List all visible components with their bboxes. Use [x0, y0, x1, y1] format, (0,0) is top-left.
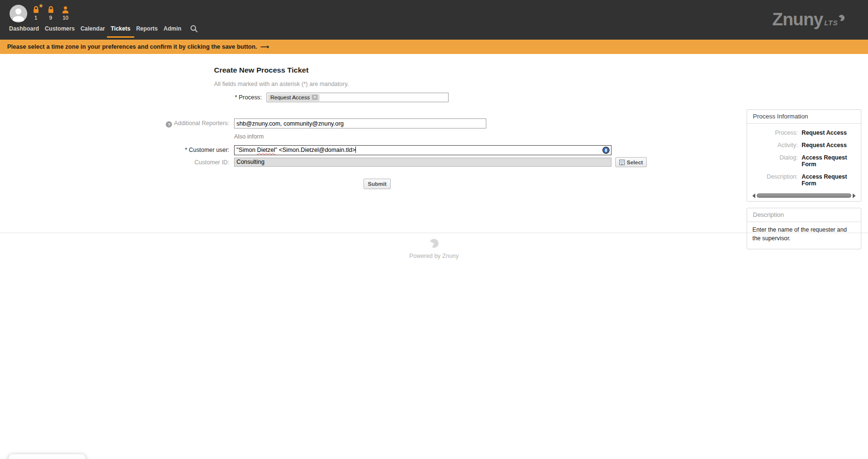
process-information-title: Process Information	[747, 110, 861, 124]
info-label: Dialog:	[751, 154, 798, 168]
customer-user-label: * Customer user:	[123, 147, 229, 154]
top-bar: ★ 1 9 10 Dashboard Customers Calendar Ti…	[0, 0, 868, 40]
nav-calendar[interactable]: Calendar	[80, 25, 105, 32]
process-label: * Process:	[185, 94, 262, 101]
customer-id-label: Customer ID:	[123, 159, 229, 166]
right-sidebar: Process Information Process: Request Acc…	[747, 109, 861, 256]
znuny-logo: Znuny LTS	[772, 11, 845, 28]
person-silhouette-icon	[11, 7, 25, 21]
logo-text: Znuny	[772, 11, 823, 28]
logo-suffix: LTS	[825, 19, 838, 27]
additional-reporters-label: ?Additional Reporters:	[123, 120, 229, 128]
user-avatar[interactable]	[10, 5, 27, 22]
scroll-right-arrow-icon[interactable]	[853, 193, 856, 198]
process-select-field[interactable]: Request Access×	[267, 93, 449, 102]
also-inform-hint: Also inform	[234, 133, 264, 140]
remove-tag-icon[interactable]: ×	[312, 95, 317, 100]
notification-toolbar: ★ 1 9 10	[31, 6, 71, 21]
additional-reporters-input[interactable]	[234, 118, 486, 128]
nav-tickets[interactable]: Tickets	[111, 25, 130, 32]
scroll-left-arrow-icon[interactable]	[752, 193, 755, 198]
description-widget-title: Description	[747, 208, 861, 222]
horizontal-scrollbar[interactable]	[752, 192, 856, 199]
page-footer: Powered by Znuny	[0, 239, 868, 259]
nav-dashboard[interactable]: Dashboard	[9, 25, 39, 32]
mandatory-fields-note: All fields marked with an asterisk (*) a…	[214, 81, 349, 87]
content-footer-divider	[0, 233, 868, 233]
password-manager-icon[interactable]	[602, 147, 610, 154]
timezone-notice-bar[interactable]: Please select a time zone in your prefer…	[0, 40, 868, 54]
notice-text: Please select a time zone in your prefer…	[7, 43, 257, 50]
info-value: Request Access	[802, 142, 847, 149]
locked-tickets-button[interactable]: 9	[45, 6, 56, 21]
search-button[interactable]	[190, 25, 198, 32]
customer-user-value-open: "Simon	[236, 147, 257, 153]
lock-icon	[47, 6, 54, 13]
process-tag-label: Request Access	[270, 95, 310, 100]
customer-id-select-button[interactable]: Select	[615, 157, 647, 167]
responsible-tickets-button[interactable]: 10	[60, 6, 71, 21]
main-content: Create New Process Ticket All fields mar…	[0, 54, 868, 459]
arrow-right-icon: ⟶	[260, 43, 269, 50]
locked-tickets-new-button[interactable]: ★ 1	[31, 6, 41, 21]
nav-admin[interactable]: Admin	[163, 25, 181, 32]
znuny-pacman-icon	[429, 239, 439, 248]
process-information-body: Process: Request Access Activity: Reques…	[747, 124, 861, 199]
info-row-dialog: Dialog: Access Request Form	[751, 154, 857, 168]
submit-button[interactable]: Submit	[364, 179, 391, 189]
search-icon	[190, 25, 198, 32]
locked-tickets-new-count: 1	[34, 15, 37, 21]
building-icon	[619, 160, 625, 165]
znuny-pacman-icon	[838, 15, 845, 21]
responsible-tickets-count: 10	[63, 15, 68, 21]
scrollbar-thumb[interactable]	[757, 193, 851, 198]
bottom-toast-partial	[9, 454, 86, 459]
info-label: Description:	[751, 173, 798, 187]
customer-id-readonly-field: Consulting	[234, 158, 611, 167]
person-icon	[62, 6, 69, 13]
page-title: Create New Process Ticket	[214, 66, 309, 75]
powered-by-text: Powered by Znuny	[0, 253, 868, 259]
nav-reports[interactable]: Reports	[136, 25, 158, 32]
text-caret	[355, 147, 356, 153]
help-icon[interactable]: ?	[166, 121, 172, 128]
scrollbar-track[interactable]	[757, 193, 851, 198]
info-value: Access Request Form	[802, 154, 857, 168]
locked-tickets-count: 9	[49, 15, 52, 21]
info-value: Request Access	[802, 129, 847, 136]
additional-reporters-label-text: Additional Reporters:	[174, 120, 229, 127]
info-row-activity: Activity: Request Access	[751, 142, 857, 149]
nav-customers[interactable]: Customers	[45, 25, 75, 32]
info-label: Activity:	[751, 142, 798, 149]
info-row-process: Process: Request Access	[751, 129, 857, 136]
process-information-widget: Process Information Process: Request Acc…	[747, 109, 861, 202]
customer-user-input[interactable]: "Simon Dietzel" <Simon.Dietzel@domain.tl…	[234, 145, 611, 155]
info-label: Process:	[751, 129, 798, 136]
process-selected-tag: Request Access×	[268, 94, 320, 101]
customer-user-value-rest: " <Simon.Dietzel@domain.tld>	[275, 147, 356, 153]
star-icon: ★	[38, 3, 43, 9]
select-button-label: Select	[627, 160, 643, 165]
main-navigation: Dashboard Customers Calendar Tickets Rep…	[9, 25, 198, 32]
info-row-description: Description: Access Request Form	[751, 173, 857, 187]
info-value: Access Request Form	[802, 173, 857, 187]
customer-user-value-misspelled: Dietzel	[257, 147, 275, 153]
